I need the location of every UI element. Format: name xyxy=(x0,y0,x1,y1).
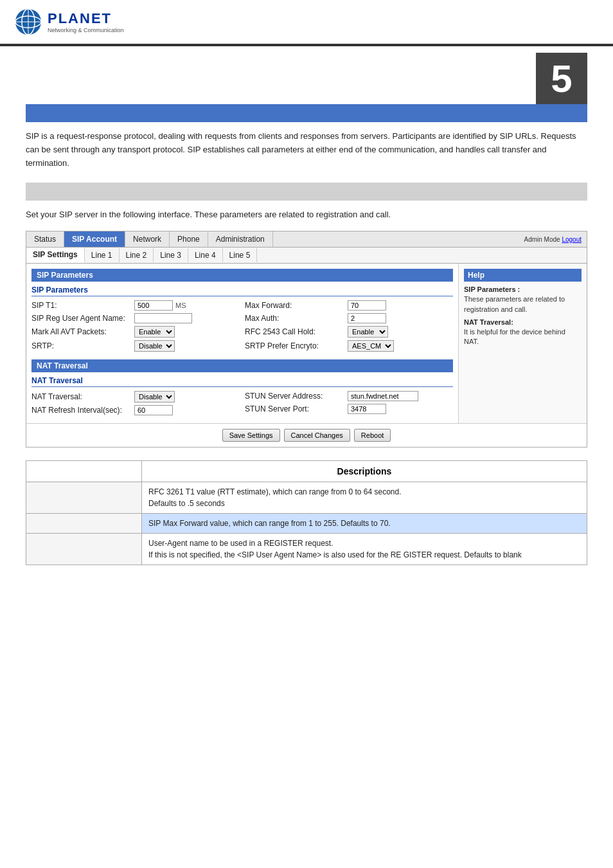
sip-params-left-col: SIP T1: MS SIP Reg User Agent Name: Mark… xyxy=(31,300,240,354)
help-panel: Help SIP Parameters : These parameters a… xyxy=(458,264,587,423)
admin-mode-info: Admin Mode Logout xyxy=(519,233,587,246)
sip-reg-row: SIP Reg User Agent Name: xyxy=(31,313,240,323)
rfc-hold-select[interactable]: Enable Disable xyxy=(348,326,388,338)
buttons-row: Save Settings Cancel Changes Reboot xyxy=(26,423,587,447)
mark-avt-row: Mark All AVT Packets: Enable Disable xyxy=(31,326,240,338)
nat-traversal-select[interactable]: Disable Enable xyxy=(134,391,175,402)
logo-brand: PLANET xyxy=(48,10,124,27)
chapter-box: 5 xyxy=(0,46,613,104)
subnav-line1[interactable]: Line 1 xyxy=(85,248,120,262)
stun-addr-label: STUN Server Address: xyxy=(245,392,348,401)
admin-mode-label: Admin Mode xyxy=(524,236,562,243)
rfc-hold-row: RFC 2543 Call Hold: Enable Disable xyxy=(245,326,453,338)
stun-addr-row: STUN Server Address: xyxy=(245,391,453,401)
nav-item-sip-account[interactable]: SIP Account xyxy=(64,231,125,247)
sub-navigation: SIP Settings Line 1 Line 2 Line 3 Line 4… xyxy=(26,248,587,264)
left-panel: SIP Parameters SIP Parameters SIP T1: MS… xyxy=(26,264,458,423)
mark-avt-select[interactable]: Enable Disable xyxy=(134,326,175,338)
header: PLANET Networking & Communication xyxy=(0,0,613,45)
ui-panel: Status SIP Account Network Phone Adminis… xyxy=(26,231,587,448)
srtp-label: SRTP: xyxy=(31,341,134,350)
nat-subsection-title: NAT Traversal xyxy=(31,376,453,387)
planet-logo-icon xyxy=(13,6,44,37)
help-nat-title: NAT Traversal: xyxy=(464,318,582,326)
desc-row-1: RFC 3261 T1 value (RTT estimate), which … xyxy=(26,482,587,514)
logout-link[interactable]: Logout xyxy=(562,236,582,243)
subnav-line4[interactable]: Line 4 xyxy=(188,248,223,262)
sip-params-grid: SIP T1: MS SIP Reg User Agent Name: Mark… xyxy=(31,300,453,354)
max-forward-row: Max Forward: xyxy=(245,300,453,311)
stun-addr-input[interactable] xyxy=(348,391,418,401)
nat-traversal-label: NAT Traversal: xyxy=(31,392,134,401)
chapter-number: 5 xyxy=(536,53,587,104)
desc-row-3-text: User-Agent name to be used in a REGISTER… xyxy=(142,534,587,565)
desc-row-2-label xyxy=(26,514,142,534)
subnav-line3[interactable]: Line 3 xyxy=(154,248,188,262)
help-title: Help xyxy=(464,269,582,282)
max-auth-row: Max Auth: xyxy=(245,313,453,323)
section-header-gray xyxy=(26,183,587,201)
nav-item-phone[interactable]: Phone xyxy=(170,231,208,247)
logo-text-block: PLANET Networking & Communication xyxy=(48,10,124,33)
stun-port-input[interactable] xyxy=(348,404,386,414)
help-sip-params-title: SIP Parameters : xyxy=(464,285,582,293)
cancel-changes-button[interactable]: Cancel Changes xyxy=(284,429,350,442)
desc-col-empty xyxy=(26,461,142,482)
intro-text: SIP is a request-response protocol, deal… xyxy=(0,130,613,183)
srtp-prefer-label: SRTP Prefer Encryto: xyxy=(245,341,348,350)
srtp-prefer-row: SRTP Prefer Encryto: AES_CM AES_F8 xyxy=(245,340,453,352)
desc-row-1-label xyxy=(26,482,142,514)
max-forward-input[interactable] xyxy=(348,300,386,311)
sip-parameters-section-title: SIP Parameters xyxy=(31,269,453,282)
help-nat-text: It is helpful for the device behind NAT. xyxy=(464,327,582,347)
logo-area: PLANET Networking & Communication xyxy=(13,6,124,37)
desc-row-3: User-Agent name to be used in a REGISTER… xyxy=(26,534,587,565)
nat-traversal-row: NAT Traversal: Disable Enable xyxy=(31,391,240,402)
nat-refresh-input[interactable] xyxy=(134,405,173,415)
srtp-select[interactable]: Disable Enable xyxy=(134,340,175,352)
desc-row-2-text: SIP Max Forward value, which can range f… xyxy=(142,514,587,534)
help-sip-params-text: These parameters are related to registra… xyxy=(464,294,582,314)
nav-item-administration[interactable]: Administration xyxy=(208,231,273,247)
desc-col-header: Descriptions xyxy=(142,461,587,482)
sip-reg-label: SIP Reg User Agent Name: xyxy=(31,314,134,323)
rfc-hold-label: RFC 2543 Call Hold: xyxy=(245,327,348,336)
stun-port-label: STUN Server Port: xyxy=(245,404,348,413)
top-navigation: Status SIP Account Network Phone Adminis… xyxy=(26,231,587,248)
sip-t1-input[interactable] xyxy=(134,300,173,311)
section-header-blue xyxy=(26,104,587,122)
subnav-line5[interactable]: Line 5 xyxy=(223,248,258,262)
mark-avt-label: Mark All AVT Packets: xyxy=(31,327,134,336)
nat-section-title: NAT Traversal xyxy=(31,359,453,372)
sip-t1-unit: MS xyxy=(175,302,186,309)
sip-t1-label: SIP T1: xyxy=(31,301,134,310)
panel-body: SIP Parameters SIP Parameters SIP T1: MS… xyxy=(26,264,587,423)
nat-params-grid: NAT Traversal: Disable Enable NAT Refres… xyxy=(31,391,453,418)
desc-row-1-text: RFC 3261 T1 value (RTT estimate), which … xyxy=(142,482,587,514)
nav-item-status[interactable]: Status xyxy=(26,231,64,247)
max-forward-label: Max Forward: xyxy=(245,301,348,310)
nat-refresh-row: NAT Refresh Interval(sec): xyxy=(31,405,240,415)
max-auth-input[interactable] xyxy=(348,313,386,323)
sip-params-right-col: Max Forward: Max Auth: RFC 2543 Call Hol… xyxy=(245,300,453,354)
desc-row-2: SIP Max Forward value, which can range f… xyxy=(26,514,587,534)
subnav-line2[interactable]: Line 2 xyxy=(120,248,154,262)
sip-reg-input[interactable] xyxy=(134,313,192,323)
sip-t1-row: SIP T1: MS xyxy=(31,300,240,311)
nav-item-network[interactable]: Network xyxy=(125,231,170,247)
subnav-sip-settings[interactable]: SIP Settings xyxy=(26,248,85,263)
nat-section: NAT Traversal NAT Traversal NAT Traversa… xyxy=(31,359,453,418)
max-auth-label: Max Auth: xyxy=(245,314,348,323)
srtp-row: SRTP: Disable Enable xyxy=(31,340,240,352)
reboot-button[interactable]: Reboot xyxy=(354,429,391,442)
desc-row-3-label xyxy=(26,534,142,565)
nat-left-col: NAT Traversal: Disable Enable NAT Refres… xyxy=(31,391,240,418)
save-settings-button[interactable]: Save Settings xyxy=(222,429,280,442)
nat-refresh-label: NAT Refresh Interval(sec): xyxy=(31,406,134,415)
stun-port-row: STUN Server Port: xyxy=(245,404,453,414)
set-sip-text: Set your SIP server in the following int… xyxy=(0,208,613,231)
sip-parameters-subsection-title: SIP Parameters xyxy=(31,285,453,296)
logo-subtitle: Networking & Communication xyxy=(48,27,124,33)
srtp-prefer-select[interactable]: AES_CM AES_F8 xyxy=(348,340,394,352)
nat-right-col: STUN Server Address: STUN Server Port: xyxy=(245,391,453,418)
